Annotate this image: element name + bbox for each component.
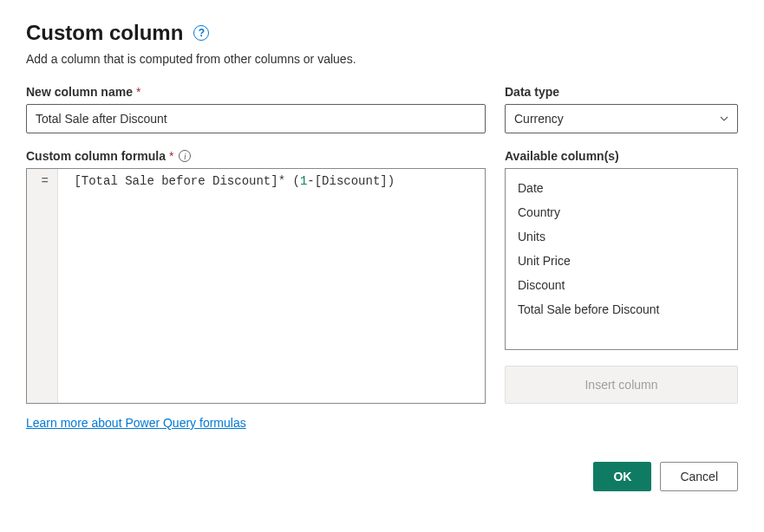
formula-code[interactable]: [Total Sale before Discount]* (1-[Discou… bbox=[58, 169, 485, 403]
dialog-subtitle: Add a column that is computed from other… bbox=[26, 52, 738, 66]
info-icon[interactable]: i bbox=[179, 150, 191, 162]
required-star-icon: * bbox=[169, 149, 173, 163]
list-item[interactable]: Date bbox=[506, 176, 737, 200]
formula-editor[interactable]: = [Total Sale before Discount]* (1-[Disc… bbox=[26, 168, 486, 404]
column-name-label-text: New column name bbox=[26, 85, 133, 99]
list-item[interactable]: Country bbox=[506, 200, 737, 224]
insert-column-button[interactable]: Insert column bbox=[505, 366, 738, 404]
list-item[interactable]: Total Sale before Discount bbox=[506, 297, 737, 321]
data-type-label: Data type bbox=[505, 85, 738, 99]
help-icon[interactable]: ? bbox=[193, 25, 209, 41]
list-item[interactable]: Unit Price bbox=[506, 249, 737, 273]
dialog-title: Custom column bbox=[26, 21, 183, 45]
available-columns-label: Available column(s) bbox=[505, 149, 738, 163]
formula-label: Custom column formula * bbox=[26, 149, 173, 163]
list-item[interactable]: Discount bbox=[506, 273, 737, 297]
formula-gutter: = bbox=[27, 169, 58, 403]
ok-button[interactable]: OK bbox=[593, 462, 651, 491]
column-name-label: New column name * bbox=[26, 85, 486, 99]
learn-more-link[interactable]: Learn more about Power Query formulas bbox=[26, 416, 246, 430]
formula-label-text: Custom column formula bbox=[26, 149, 166, 163]
cancel-button[interactable]: Cancel bbox=[660, 462, 738, 491]
available-columns-list: Date Country Units Unit Price Discount T… bbox=[505, 168, 738, 350]
column-name-input[interactable] bbox=[26, 104, 486, 133]
required-star-icon: * bbox=[136, 85, 140, 99]
list-item[interactable]: Units bbox=[506, 224, 737, 249]
data-type-select[interactable]: Currency bbox=[505, 104, 738, 133]
